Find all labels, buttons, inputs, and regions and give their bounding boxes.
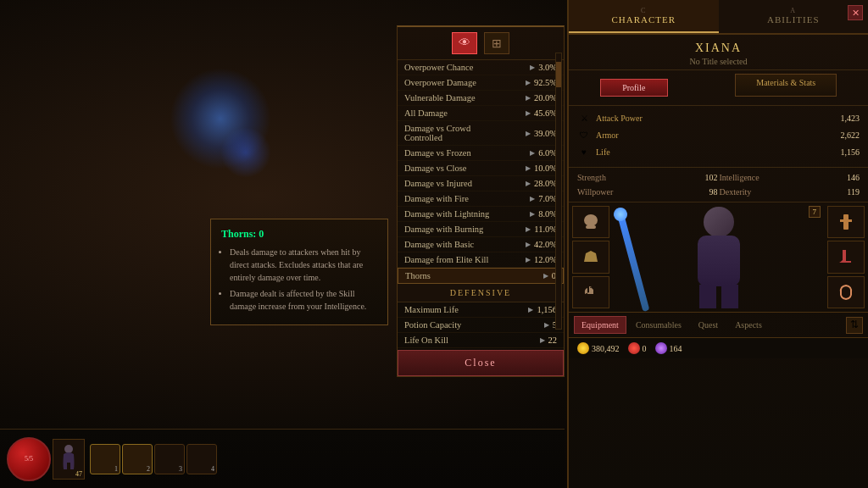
equip-sort-icon[interactable]: ⇅	[846, 317, 863, 334]
equip-slot-ring[interactable]	[827, 276, 865, 308]
stat-row-damage-from-elite-kill[interactable]: Damage from Elite Kill ▶12.0%	[398, 252, 564, 268]
armor-row: 🛡 Armor 2,622	[577, 128, 860, 141]
svg-rect-1	[586, 225, 596, 229]
defensive-section-header: DEFENSIVE	[398, 284, 564, 302]
skill-slot-1[interactable]: 1	[90, 444, 120, 474]
tooltip-stat-value: 0	[256, 228, 264, 240]
red-currency-value: 0	[643, 344, 647, 353]
stat-row-potion-capacity[interactable]: Potion Capacity ▶5	[398, 318, 564, 333]
skill-slot-3[interactable]: 3	[154, 444, 185, 474]
tooltip-line2: Damage dealt is affected by the Skill da…	[230, 287, 377, 313]
stat-row-maximum-life[interactable]: Maximum Life ▶1,156	[398, 302, 564, 318]
attack-power-icon: ⚔	[577, 111, 591, 125]
purple-currency-value: 164	[670, 344, 682, 353]
stat-row-overpower-chance[interactable]: Overpower Chance ▶3.0%	[398, 60, 564, 75]
action-bar: 5/5 47 1 2 3 4	[0, 429, 565, 488]
gold-value: 380,492	[592, 344, 620, 353]
stat-row-damage-vs-injured[interactable]: Damage vs Injured ▶28.0%	[398, 176, 564, 191]
stat-row-damage-with-lightning[interactable]: Damage with Lightning ▶8.0%	[398, 207, 564, 222]
purple-currency: 164	[655, 342, 682, 354]
svg-rect-3	[840, 219, 852, 222]
thorns-tooltip: Thorns: 0 Deals damage to attackers when…	[210, 219, 388, 325]
equip-slot-head[interactable]	[572, 206, 609, 238]
health-orb: 5/5	[7, 437, 51, 481]
stat-row-thorns[interactable]: Thorns ▶0	[398, 268, 564, 284]
stat-row-vulnerable-damage[interactable]: Vulnerable Damage ▶20.0%	[398, 91, 564, 106]
armor-icon: 🛡	[577, 128, 591, 141]
player-level: 47	[75, 470, 82, 478]
stats-panel-header: 👁 ⊞	[398, 27, 564, 60]
svg-point-4	[64, 445, 73, 453]
equipment-tabs: Equipment Consumables Quest Aspects ⇅	[569, 312, 868, 337]
stats-panel: 👁 ⊞ Overpower Chance ▶3.0% Overpower Dam…	[397, 25, 565, 377]
gold-currency: 380,492	[577, 342, 620, 354]
stat-row-damage-vs-frozen[interactable]: Damage vs Frozen ▶6.0%	[398, 146, 564, 161]
life-icon: ♥	[577, 145, 591, 158]
char-name-area: XIANA No Title selected	[569, 35, 868, 70]
equip-slot-boots[interactable]	[827, 241, 865, 273]
stats-grid-btn[interactable]: ⊞	[484, 32, 509, 54]
equip-tab-equipment[interactable]: Equipment	[574, 316, 626, 334]
gold-icon	[577, 342, 589, 354]
stat-row-damage-with-fire[interactable]: Damage with Fire ▶7.0%	[398, 191, 564, 207]
stat-row-damage-with-basic[interactable]: Damage with Basic ▶42.0%	[398, 237, 564, 252]
equip-tab-consumables[interactable]: Consumables	[628, 316, 689, 334]
stat-row-damage-with-burning[interactable]: Damage with Burning ▶11.0%	[398, 222, 564, 237]
profile-button[interactable]: Profile	[600, 79, 668, 97]
purple-currency-icon	[655, 342, 667, 354]
scrollbar-thumb	[556, 62, 561, 87]
tooltip-title: Thorns: 0	[221, 228, 377, 241]
stat-row-all-damage[interactable]: All Damage ▶45.6%	[398, 106, 564, 121]
stat-row-overpower-damage[interactable]: Overpower Damage ▶92.5%	[398, 75, 564, 91]
skill-slot-4[interactable]: 4	[186, 444, 217, 474]
stats-scrollbar[interactable]	[555, 53, 562, 330]
currency-bar: 380,492 0 164	[569, 337, 868, 358]
dexterity-row: Dexterity 119	[720, 186, 860, 198]
stat-row-life-on-kill[interactable]: Life On Kill ▶22	[398, 333, 564, 348]
stat-row-damage-vs-crowd[interactable]: Damage vs CrowdControlled ▶39.0%	[398, 121, 564, 146]
attributes-grid: Strength 102 Intelligence 146 Willpower …	[569, 167, 868, 202]
strength-row: Strength 102	[577, 171, 718, 184]
willpower-row: Willpower 98	[577, 186, 718, 198]
life-row: ♥ Life 1,156	[577, 145, 860, 158]
character-title: No Title selected	[569, 57, 868, 66]
equip-slot-chest[interactable]	[572, 241, 609, 273]
close-button[interactable]: Close	[398, 350, 564, 376]
tooltip-stat-name: Thorns:	[221, 228, 256, 240]
tooltip-line1: Deals damage to attackers when hit by di…	[230, 246, 377, 284]
materials-stats-button[interactable]: Materials & Stats	[735, 74, 837, 97]
tab-character[interactable]: C CHARACTER	[569, 0, 719, 33]
character-stats-summary: ⚔ Attack Power 1,423 🛡 Armor 2,622 ♥ Lif…	[569, 105, 868, 167]
character-panel: ✕ C CHARACTER A ABILITIES XIANA No Title…	[567, 0, 868, 488]
svg-point-0	[584, 214, 598, 226]
equip-slot-offhand[interactable]	[827, 206, 865, 238]
attack-power-row: ⚔ Attack Power 1,423	[577, 111, 860, 125]
skill-slot-2[interactable]: 2	[122, 444, 153, 474]
stats-view-btn[interactable]: 👁	[452, 32, 477, 54]
player-icon: 47	[53, 439, 85, 480]
character-tabs: C CHARACTER A ABILITIES	[569, 0, 868, 35]
tooltip-body: Deals damage to attackers when hit by di…	[221, 246, 377, 313]
stat-row-damage-vs-close[interactable]: Damage vs Close ▶10.0%	[398, 161, 564, 176]
tab-abilities[interactable]: A ABILITIES	[719, 0, 869, 33]
red-currency: 0	[628, 342, 647, 354]
equip-slot-gloves[interactable]	[572, 276, 609, 308]
stats-list: Overpower Chance ▶3.0% Overpower Damage …	[398, 60, 564, 348]
red-currency-icon	[628, 342, 640, 354]
abilities-key-hint: A	[726, 7, 862, 14]
equip-tab-quest[interactable]: Quest	[691, 316, 726, 334]
level-badge: 7	[809, 206, 821, 218]
panel-close-button[interactable]: ✕	[848, 5, 863, 20]
character-key-hint: C	[576, 7, 712, 14]
intelligence-row: Intelligence 146	[720, 171, 860, 184]
equip-tab-aspects[interactable]: Aspects	[727, 316, 770, 334]
character-name: XIANA	[569, 42, 868, 55]
health-value: 5/5	[25, 455, 33, 463]
